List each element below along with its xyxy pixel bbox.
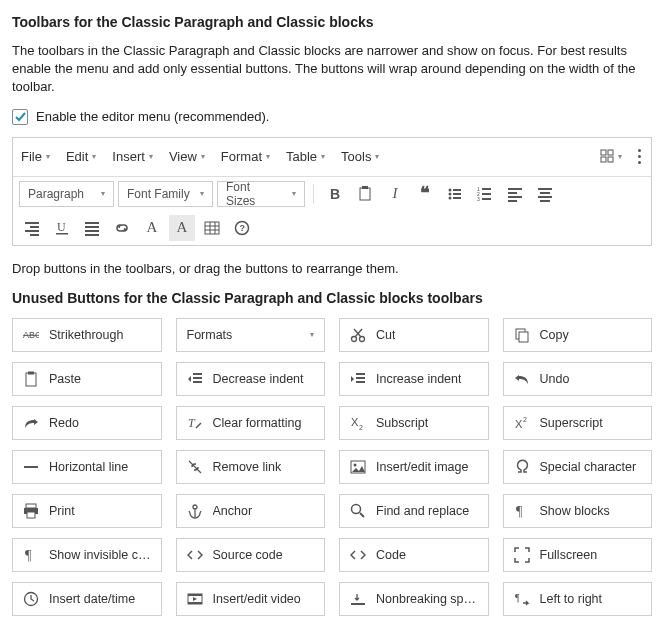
unused-button-label: Copy — [540, 328, 569, 342]
chevron-down-icon: ▾ — [310, 330, 314, 339]
unused-button-find-and-replace[interactable]: Find and replace — [339, 494, 489, 528]
unused-button-print[interactable]: Print — [12, 494, 162, 528]
unused-heading: Unused Buttons for the Classic Paragraph… — [12, 290, 652, 306]
unused-button-remove-link[interactable]: Remove link — [176, 450, 326, 484]
unused-button-label: Remove link — [213, 460, 282, 474]
unused-button-insert-date-time[interactable]: Insert date/time — [12, 582, 162, 616]
menu-view[interactable]: View▾ — [169, 149, 205, 164]
unused-button-special-character[interactable]: Special character — [503, 450, 653, 484]
outdent-icon — [187, 371, 203, 387]
unused-button-formats[interactable]: Formats▾ — [176, 318, 326, 352]
unused-button-label: Insert/edit image — [376, 460, 468, 474]
menu-table[interactable]: Table▾ — [286, 149, 325, 164]
unused-button-label: Special character — [540, 460, 637, 474]
sub-icon — [350, 415, 366, 431]
help-button[interactable] — [229, 215, 255, 241]
align-right-button[interactable] — [19, 215, 45, 241]
bold-button[interactable]: B — [322, 181, 348, 207]
unused-button-superscript[interactable]: Superscript — [503, 406, 653, 440]
code-icon — [187, 547, 203, 563]
unused-button-redo[interactable]: Redo — [12, 406, 162, 440]
cut-icon — [350, 327, 366, 343]
unused-button-left-to-right[interactable]: Left to right — [503, 582, 653, 616]
omega-icon — [514, 459, 530, 475]
ltr-icon — [514, 591, 530, 607]
unused-button-paste[interactable]: Paste — [12, 362, 162, 396]
unused-button-label: Redo — [49, 416, 79, 430]
toolbar-container: File▾ Edit▾ Insert▾ View▾ Format▾ Table▾… — [12, 137, 652, 246]
menu-format[interactable]: Format▾ — [221, 149, 270, 164]
unused-button-label: Source code — [213, 548, 283, 562]
menu-tools[interactable]: Tools▾ — [341, 149, 379, 164]
unordered-list-button[interactable] — [442, 181, 468, 207]
sup-icon — [514, 415, 530, 431]
unused-button-show-invisible-chara[interactable]: Show invisible chara... — [12, 538, 162, 572]
clearfmt-icon — [187, 415, 203, 431]
menu-edit[interactable]: Edit▾ — [66, 149, 96, 164]
blockquote-button[interactable]: ❝ — [412, 181, 438, 207]
ordered-list-button[interactable] — [472, 181, 498, 207]
unused-button-insert-edit-video[interactable]: Insert/edit video — [176, 582, 326, 616]
unused-button-cut[interactable]: Cut — [339, 318, 489, 352]
unused-button-source-code[interactable]: Source code — [176, 538, 326, 572]
align-justify-button[interactable] — [79, 215, 105, 241]
unused-button-horizontal-line[interactable]: Horizontal line — [12, 450, 162, 484]
separator — [313, 184, 314, 204]
unused-button-subscript[interactable]: Subscript — [339, 406, 489, 440]
unused-button-label: Show blocks — [540, 504, 610, 518]
unused-button-decrease-indent[interactable]: Decrease indent — [176, 362, 326, 396]
clock-icon — [23, 591, 39, 607]
unused-button-increase-indent[interactable]: Increase indent — [339, 362, 489, 396]
unused-button-label: Clear formatting — [213, 416, 302, 430]
font-size-select[interactable]: Font Sizes▾ — [217, 181, 305, 207]
unused-button-label: Superscript — [540, 416, 603, 430]
link-button[interactable] — [109, 215, 135, 241]
paragraph-select[interactable]: Paragraph▾ — [19, 181, 114, 207]
unused-button-label: Subscript — [376, 416, 428, 430]
align-center-button[interactable] — [532, 181, 558, 207]
drop-hint-text: Drop buttons in the toolbars, or drag th… — [12, 260, 652, 278]
enable-menu-checkbox[interactable] — [12, 109, 28, 125]
unused-button-nonbreaking-space[interactable]: Nonbreaking space — [339, 582, 489, 616]
unused-button-label: Horizontal line — [49, 460, 128, 474]
align-left-button[interactable] — [502, 181, 528, 207]
unused-button-code[interactable]: Code — [339, 538, 489, 572]
unused-button-strikethrough[interactable]: Strikethrough — [12, 318, 162, 352]
unused-button-label: Cut — [376, 328, 395, 342]
toolbar-grid-icon[interactable]: ▾ — [598, 144, 624, 170]
unused-button-undo[interactable]: Undo — [503, 362, 653, 396]
toolbar-overflow-icon[interactable] — [636, 147, 643, 166]
anchor-icon — [187, 503, 203, 519]
unused-button-anchor[interactable]: Anchor — [176, 494, 326, 528]
font-family-select[interactable]: Font Family▾ — [118, 181, 213, 207]
strike-icon — [23, 327, 39, 343]
unused-button-clear-formatting[interactable]: Clear formatting — [176, 406, 326, 440]
underline-button[interactable] — [49, 215, 75, 241]
code-icon — [350, 547, 366, 563]
text-color-button[interactable]: A — [139, 215, 165, 241]
menu-file[interactable]: File▾ — [21, 149, 50, 164]
unused-button-copy[interactable]: Copy — [503, 318, 653, 352]
section-heading: Toolbars for the Classic Paragraph and C… — [12, 14, 652, 30]
unused-button-fullscreen[interactable]: Fullscreen — [503, 538, 653, 572]
image-icon — [350, 459, 366, 475]
indent-icon — [350, 371, 366, 387]
blocks-icon — [514, 503, 530, 519]
background-color-button[interactable]: A — [169, 215, 195, 241]
toolbar-row-2: A A — [13, 211, 651, 245]
unused-button-insert-edit-image[interactable]: Insert/edit image — [339, 450, 489, 484]
clipboard-button[interactable] — [352, 181, 378, 207]
unused-button-label: Nonbreaking space — [376, 592, 478, 606]
table-button[interactable] — [199, 215, 225, 241]
unused-buttons-grid: StrikethroughFormats▾CutCopyPasteDecreas… — [12, 318, 652, 625]
unused-button-label: Decrease indent — [213, 372, 304, 386]
unused-button-label: Formats — [187, 328, 233, 342]
unused-button-label: Insert/edit video — [213, 592, 301, 606]
unused-button-show-blocks[interactable]: Show blocks — [503, 494, 653, 528]
enable-menu-label: Enable the editor menu (recommended). — [36, 109, 269, 124]
italic-button[interactable]: I — [382, 181, 408, 207]
video-icon — [187, 591, 203, 607]
menu-insert[interactable]: Insert▾ — [112, 149, 153, 164]
hr-icon — [23, 459, 39, 475]
unused-button-label: Fullscreen — [540, 548, 598, 562]
